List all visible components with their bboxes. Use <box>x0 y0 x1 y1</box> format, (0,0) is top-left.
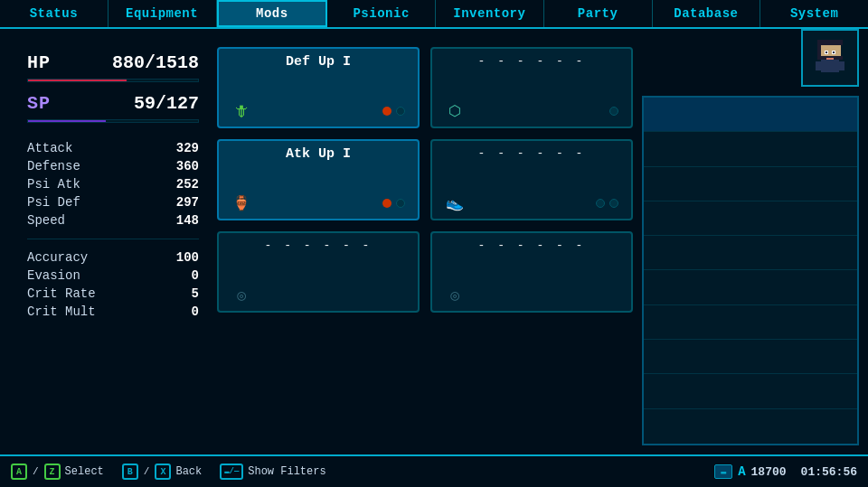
back-label: Back <box>175 465 202 478</box>
mod-slot-6-dashes: - - - - - - <box>441 239 622 252</box>
stat-val-evasion: 0 <box>192 268 199 283</box>
dot-dark-1 <box>596 199 605 208</box>
stat-row-psidef: Psi Def 297 <box>27 193 199 211</box>
mod-slot-1-dots <box>382 107 405 116</box>
hp-label: HP <box>27 52 51 73</box>
mod-slot-2-dots <box>609 107 618 116</box>
b-badge: B <box>122 464 138 480</box>
mod-slot-4[interactable]: - - - - - - 👟 <box>430 139 633 220</box>
nav-tab-mods[interactable]: Mods <box>217 0 328 27</box>
stat-row-psiatk: Psi Atk 252 <box>27 175 199 193</box>
dot-dark-2 <box>609 199 618 208</box>
stat-name-evasion: Evasion <box>27 268 80 283</box>
right-list-item-10[interactable] <box>644 409 857 444</box>
right-list-item-3[interactable] <box>644 167 857 201</box>
sp-value: 59/127 <box>134 93 199 114</box>
z-badge: Z <box>44 464 61 480</box>
mod-slot-6[interactable]: - - - - - - ◎ <box>430 231 633 313</box>
right-list-item-8[interactable] <box>644 340 857 374</box>
svg-rect-2 <box>817 40 843 45</box>
filter-label: Show Filters <box>248 465 326 478</box>
currency-value: 18700 <box>751 465 787 479</box>
svg-rect-11 <box>816 61 821 70</box>
right-list-item-9[interactable] <box>644 374 857 408</box>
nav-tab-psionic[interactable]: Psionic <box>327 0 436 27</box>
nav-tab-status[interactable]: Status <box>0 0 108 27</box>
select-btn-group: A / Z Select <box>11 464 104 480</box>
empty-icon-1: ◎ <box>231 286 251 305</box>
time-display: 01:56:56 <box>801 465 857 479</box>
stat-val-attack: 329 <box>176 141 199 155</box>
stat-row-critmult: Crit Mult 0 <box>27 303 199 321</box>
nav-tab-inventory[interactable]: Inventory <box>436 0 544 27</box>
right-list-item-1[interactable] <box>644 98 857 132</box>
hp-bar <box>28 80 127 81</box>
avatar <box>801 29 859 87</box>
mod-slot-2-dashes: - - - - - - <box>441 54 622 68</box>
nav-tab-party[interactable]: Party <box>544 0 653 27</box>
sp-bar <box>28 120 106 122</box>
stat-divider <box>27 239 199 239</box>
mod-slot-3-dots <box>382 199 405 208</box>
stat-name-critrate: Crit Rate <box>27 286 96 301</box>
stat-row-evasion: Evasion 0 <box>27 267 199 285</box>
avatar-svg <box>808 36 852 80</box>
right-list-item-7[interactable] <box>644 305 857 340</box>
nav-tab-database[interactable]: Database <box>653 0 761 27</box>
stat-val-defense: 360 <box>176 159 199 173</box>
right-list-item-4[interactable] <box>644 201 857 236</box>
stat-name-attack: Attack <box>27 141 72 155</box>
mod-slot-4-dashes: - - - - - - <box>441 146 622 160</box>
stat-name-psidef: Psi Def <box>27 195 80 210</box>
filter-btn-group[interactable]: ▬/— Show Filters <box>220 464 326 480</box>
mod-slot-3-bottom: 🏺 <box>228 190 409 213</box>
mod-slot-2[interactable]: - - - - - - ⬡ <box>430 47 633 128</box>
stat-val-critrate: 5 <box>192 286 199 301</box>
slash-1: / <box>33 466 39 477</box>
stat-val-critmult: 0 <box>192 304 199 319</box>
stat-name-speed: Speed <box>27 213 65 228</box>
right-list <box>642 96 859 445</box>
dot-dark <box>609 107 618 116</box>
dot-red <box>382 199 392 208</box>
right-panel <box>642 38 859 445</box>
bottom-right: ▬ A 18700 01:56:56 <box>714 464 857 479</box>
svg-rect-9 <box>826 58 834 60</box>
currency-icon: ▬ <box>714 464 732 479</box>
right-list-item-5[interactable] <box>644 236 857 270</box>
mod-slot-3-title: Atk Up I <box>228 146 409 162</box>
right-list-item-2[interactable] <box>644 132 857 166</box>
dot-dark <box>396 107 405 116</box>
mod-slot-3[interactable]: Atk Up I 🏺 <box>217 139 420 220</box>
mods-panel: Def Up I 🗡 - - - - - - ⬡ <box>217 38 633 445</box>
mod-slot-6-bottom: ◎ <box>441 282 622 305</box>
bottom-bar: A / Z Select B / X Back ▬/— Show Filters… <box>0 454 868 487</box>
stat-name-critmult: Crit Mult <box>27 304 96 319</box>
stat-row-speed: Speed 148 <box>27 211 199 229</box>
nav-tab-equipment[interactable]: Equipment <box>108 0 217 27</box>
stat-val-speed: 148 <box>176 213 199 228</box>
right-list-item-6[interactable] <box>644 270 857 304</box>
mod-slot-5-dashes: - - - - - - <box>228 239 409 252</box>
top-nav: StatusEquipmentModsPsionicInventoryParty… <box>0 0 868 29</box>
hp-value: 880/1518 <box>112 52 199 73</box>
filter-icon-btn: ▬/— <box>220 464 243 480</box>
main-area: HP 880/1518 SP 59/127 Attack 329 Defense… <box>0 29 868 454</box>
stat-row-accuracy: Accuracy 100 <box>27 248 199 267</box>
nav-tab-system[interactable]: System <box>760 0 868 27</box>
currency-box: ▬ A 18700 <box>714 464 786 479</box>
svg-rect-10 <box>821 60 839 72</box>
stat-val-psidef: 297 <box>176 195 199 210</box>
stat-row-defense: Defense 360 <box>27 157 199 175</box>
stats-panel: HP 880/1518 SP 59/127 Attack 329 Defense… <box>9 38 208 445</box>
mod-slot-2-bottom: ⬡ <box>441 98 622 121</box>
mod-slot-5[interactable]: - - - - - - ◎ <box>217 231 420 313</box>
stat-row-critrate: Crit Rate 5 <box>27 285 199 303</box>
svg-rect-7 <box>826 52 827 53</box>
x-badge: X <box>155 464 171 480</box>
a-badge: A <box>11 464 27 480</box>
stat-val-psiatk: 252 <box>176 177 199 192</box>
mod-slot-1[interactable]: Def Up I 🗡 <box>217 47 420 128</box>
stat-name-accuracy: Accuracy <box>27 250 88 265</box>
slash-2: / <box>144 466 150 477</box>
